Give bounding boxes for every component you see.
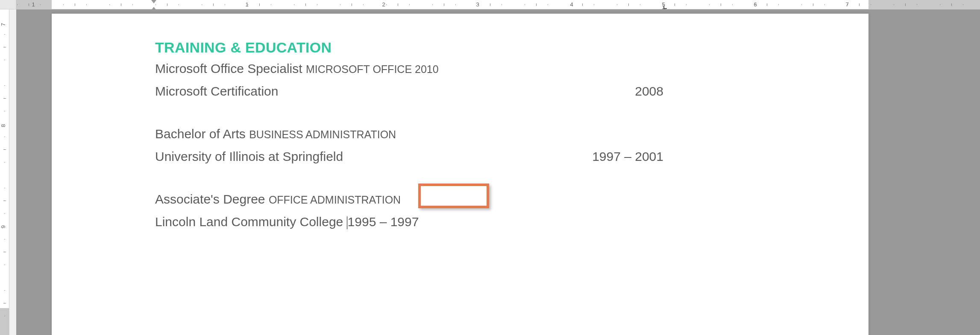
ruler-tick (478, 4, 479, 5)
ruler-tick (75, 3, 75, 6)
entry-org: Microsoft Certification (155, 80, 278, 102)
ruler-tick (732, 4, 733, 5)
ruler-tick (4, 60, 5, 60)
ruler-tick (755, 4, 756, 5)
ruler-tick (363, 4, 364, 5)
ruler-tick (17, 4, 18, 5)
ruler-tick (4, 265, 5, 265)
ruler-tick (213, 3, 214, 6)
ruler-tick (824, 4, 825, 5)
ruler-tick (29, 3, 29, 6)
ruler-v-number: 8 (0, 124, 6, 127)
ruler-tick (109, 4, 110, 5)
text-cursor (347, 216, 347, 229)
entry-date: 1997 – 2001 (592, 146, 663, 168)
ruler-h-number: 7 (845, 1, 848, 8)
entry-subtitle: MICROSOFT OFFICE 2010 (306, 63, 439, 75)
ruler-tick (617, 4, 617, 5)
ruler-tick (4, 213, 5, 214)
ruler-tick (4, 239, 5, 239)
ruler-tick (778, 4, 779, 5)
ruler-tick (455, 4, 456, 5)
first-line-indent-marker[interactable] (151, 0, 156, 3)
entry-title: Bachelor of Arts (155, 127, 246, 141)
ruler-tick (3, 98, 6, 99)
education-entry-line[interactable]: University of Illinois at Springfield 19… (155, 146, 663, 168)
education-entry-line[interactable]: Bachelor of Arts BUSINESS ADMINISTRATION (155, 123, 663, 146)
ruler-corner (0, 0, 16, 9)
ruler-tick (640, 4, 640, 5)
ruler-tick (179, 4, 179, 5)
ruler-tick (3, 149, 6, 150)
tab-stop-marker[interactable] (663, 6, 667, 9)
ruler-tick (490, 3, 490, 6)
ruler-h-number: 2 (382, 1, 385, 8)
ruler-tick (4, 111, 5, 111)
ruler-tick (813, 3, 813, 6)
education-entry-line[interactable]: Microsoft Office Specialist MICROSOFT OF… (155, 58, 663, 80)
entry-subtitle: OFFICE ADMINISTRATION (269, 194, 401, 206)
entry-subtitle: BUSINESS ADMINISTRATION (249, 128, 396, 140)
ruler-tick (340, 4, 340, 5)
ruler-tick (663, 4, 663, 5)
ruler-tick (4, 162, 5, 163)
ruler-tick (3, 47, 6, 47)
ruler-tick (4, 137, 5, 137)
ruler-tick (871, 4, 871, 5)
ruler-tick (352, 3, 352, 6)
ruler-tick (444, 3, 444, 6)
ruler-tick (536, 3, 537, 6)
ruler-h-number: 1 (32, 1, 35, 8)
ruler-tick (305, 3, 306, 6)
ruler-tick (963, 4, 963, 5)
education-entry-line[interactable]: Associate's Degree OFFICE ADMINISTRATION (155, 188, 663, 211)
ruler-tick (432, 4, 433, 5)
ruler-tick (4, 85, 5, 86)
ruler-tick (3, 201, 6, 201)
ruler-v-number: 9 (0, 225, 6, 228)
ruler-tick (686, 4, 687, 5)
ruler-tick (294, 4, 294, 5)
ruler-tick (848, 4, 848, 5)
ruler-tick (4, 316, 5, 316)
ruler-tick (4, 290, 5, 291)
section-heading[interactable]: TRAINING & EDUCATION (155, 39, 663, 56)
education-entry-line[interactable]: Lincoln Land Community College 1995 – 19… (155, 211, 663, 233)
ruler-tick (248, 4, 248, 5)
ruler-tick (894, 4, 894, 5)
ruler-tick (905, 3, 906, 6)
ruler-tick (3, 252, 6, 252)
ruler-tick (398, 3, 398, 6)
ruler-tick (225, 4, 225, 5)
ruler-tick (63, 4, 64, 5)
ruler-tick (202, 4, 202, 5)
document-content[interactable]: TRAINING & EDUCATION Microsoft Office Sp… (155, 39, 663, 233)
ruler-tick (3, 303, 6, 303)
ruler-tick (801, 4, 802, 5)
horizontal-ruler[interactable]: 1 1 2 3 4 5 6 7 (16, 0, 980, 9)
ruler-tick (675, 3, 675, 6)
ruler-tick (132, 4, 133, 5)
ruler-tick (386, 4, 387, 5)
entry-org: University of Illinois at Springfield (155, 146, 343, 168)
entry-org: Lincoln Land Community College (155, 215, 343, 229)
ruler-tick (409, 4, 410, 5)
ruler-tick (40, 4, 41, 5)
ruler-tick (259, 3, 260, 6)
ruler-tick (859, 3, 860, 6)
ruler-tick (571, 4, 571, 5)
ruler-tick (548, 4, 548, 5)
document-page[interactable]: TRAINING & EDUCATION Microsoft Office Sp… (52, 14, 869, 335)
ruler-tick (721, 3, 721, 6)
ruler-tick (317, 4, 317, 5)
ruler-tick (4, 188, 5, 188)
ruler-tick (121, 3, 121, 6)
ruler-tick (582, 3, 583, 6)
ruler-tick (156, 4, 156, 5)
ruler-tick (940, 4, 940, 5)
education-entry-line[interactable]: Microsoft Certification 2008 (155, 80, 663, 102)
ruler-h-page-area (52, 0, 869, 9)
ruler-tick (502, 4, 502, 5)
vertical-ruler[interactable]: 7 8 9 (0, 9, 9, 335)
ruler-tick (86, 4, 87, 5)
